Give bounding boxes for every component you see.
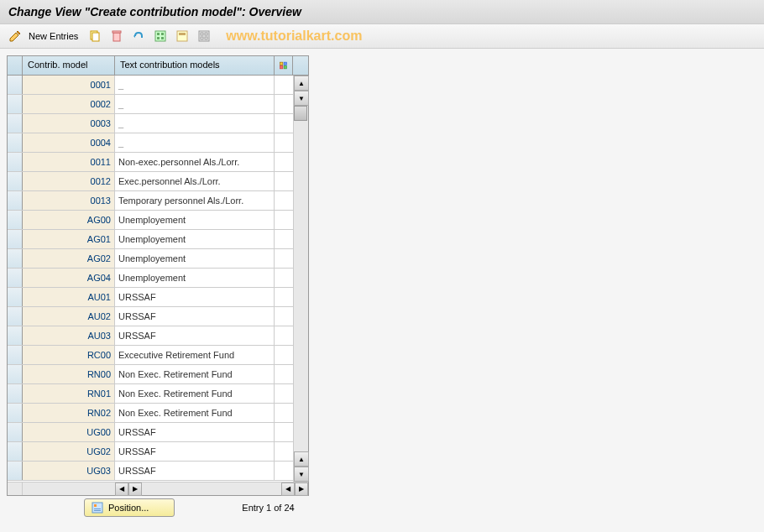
table-row[interactable]: 0003: [8, 114, 308, 133]
table-row[interactable]: 0013Temporary personnel Als./Lorr.: [8, 191, 308, 211]
delete-icon[interactable]: [108, 28, 125, 44]
scroll-down-button-2[interactable]: ▼: [294, 467, 309, 482]
table-row[interactable]: 0004: [8, 133, 308, 153]
cell-model[interactable]: RN02: [23, 404, 115, 422]
cell-text[interactable]: Non Exec. Retirement Fund: [115, 365, 275, 383]
row-selector[interactable]: [8, 442, 23, 461]
cell-text[interactable]: URSSAF: [115, 462, 275, 480]
table-row[interactable]: RN00Non Exec. Retirement Fund: [8, 365, 308, 384]
cell-model[interactable]: 0013: [23, 191, 115, 210]
row-selector[interactable]: [8, 365, 23, 383]
row-selector[interactable]: [8, 249, 23, 268]
row-selector[interactable]: [8, 462, 23, 480]
cell-text[interactable]: Exec.personnel Als./Lorr.: [115, 172, 275, 190]
row-selector[interactable]: [8, 211, 23, 229]
cell-text[interactable]: URSSAF: [115, 307, 275, 326]
column-header-text[interactable]: Text contribution models: [115, 56, 275, 75]
row-selector[interactable]: [8, 172, 23, 190]
table-row[interactable]: AG00Unemployement: [8, 211, 308, 230]
row-selector[interactable]: [8, 76, 23, 94]
cell-model[interactable]: AU01: [23, 288, 115, 306]
horizontal-scrollbar[interactable]: ◀ ▶ ◀ ▶: [8, 482, 308, 495]
cell-model[interactable]: RN00: [23, 365, 115, 383]
cell-model[interactable]: 0001: [23, 76, 115, 94]
cell-text[interactable]: [115, 133, 275, 152]
cell-model[interactable]: 0004: [23, 133, 115, 152]
cell-model[interactable]: UG02: [23, 442, 115, 461]
cell-text[interactable]: Unemployement: [115, 211, 275, 229]
cell-model[interactable]: AU03: [23, 326, 115, 345]
row-selector[interactable]: [8, 307, 23, 326]
row-selector[interactable]: [8, 230, 23, 248]
row-selector[interactable]: [8, 95, 23, 113]
table-row[interactable]: RN01Non Exec. Retirement Fund: [8, 384, 308, 404]
copy-icon[interactable]: [86, 28, 103, 44]
row-selector[interactable]: [8, 423, 23, 441]
cell-model[interactable]: 0003: [23, 114, 115, 133]
scroll-left-button-2[interactable]: ◀: [281, 482, 295, 496]
cell-text[interactable]: Non Exec. Retirement Fund: [115, 384, 275, 403]
table-row[interactable]: UG03URSSAF: [8, 462, 308, 481]
change-icon[interactable]: [7, 28, 24, 44]
scroll-thumb[interactable]: [294, 106, 307, 121]
select-block-icon[interactable]: [174, 28, 191, 44]
row-selector[interactable]: [8, 133, 23, 152]
cell-text[interactable]: [115, 76, 275, 94]
row-selector-header[interactable]: [8, 56, 23, 75]
row-selector[interactable]: [8, 114, 23, 133]
cell-model[interactable]: 0011: [23, 153, 115, 171]
row-selector[interactable]: [8, 191, 23, 210]
row-selector[interactable]: [8, 346, 23, 364]
cell-model[interactable]: UG03: [23, 462, 115, 480]
table-row[interactable]: AG02Unemployement: [8, 249, 308, 269]
cell-text[interactable]: URSSAF: [115, 326, 275, 345]
table-row[interactable]: 0011Non-exec.personnel Als./Lorr.: [8, 153, 308, 172]
deselect-all-icon[interactable]: [196, 28, 212, 44]
table-settings-icon[interactable]: [275, 56, 293, 75]
table-row[interactable]: AG04Unemployement: [8, 269, 308, 288]
cell-text[interactable]: Non Exec. Retirement Fund: [115, 404, 275, 422]
scroll-up-button-2[interactable]: ▲: [294, 451, 309, 467]
position-button[interactable]: Position...: [84, 498, 175, 517]
cell-model[interactable]: AG00: [23, 211, 115, 229]
row-selector[interactable]: [8, 288, 23, 306]
scroll-right-button-2[interactable]: ▶: [295, 482, 308, 496]
column-header-model[interactable]: Contrib. model: [23, 56, 115, 75]
table-row[interactable]: AU03URSSAF: [8, 326, 308, 346]
select-all-icon[interactable]: [152, 28, 169, 44]
cell-text[interactable]: [115, 114, 275, 133]
table-row[interactable]: 0001: [8, 76, 308, 95]
row-selector[interactable]: [8, 326, 23, 345]
scroll-up-button[interactable]: ▲: [294, 76, 309, 91]
cell-text[interactable]: [115, 95, 275, 113]
cell-text[interactable]: Unemployement: [115, 230, 275, 248]
cell-text[interactable]: Unemployement: [115, 269, 275, 287]
cell-model[interactable]: 0012: [23, 172, 115, 190]
table-row[interactable]: 0012Exec.personnel Als./Lorr.: [8, 172, 308, 191]
cell-text[interactable]: URSSAF: [115, 288, 275, 306]
cell-model[interactable]: AU02: [23, 307, 115, 326]
cell-model[interactable]: UG00: [23, 423, 115, 441]
cell-model[interactable]: AG01: [23, 230, 115, 248]
undo-icon[interactable]: [130, 28, 147, 44]
table-row[interactable]: RC00Excecutive Retirement Fund: [8, 346, 308, 365]
row-selector[interactable]: [8, 153, 23, 171]
scroll-down-button[interactable]: ▼: [294, 91, 309, 106]
cell-text[interactable]: URSSAF: [115, 423, 275, 441]
table-row[interactable]: RN02Non Exec. Retirement Fund: [8, 404, 308, 423]
vertical-scrollbar[interactable]: ▲ ▼ ▲ ▼: [293, 76, 308, 482]
new-entries-button[interactable]: New Entries: [29, 31, 78, 41]
table-row[interactable]: AU02URSSAF: [8, 307, 308, 326]
scroll-right-button[interactable]: ▶: [128, 482, 142, 496]
row-selector[interactable]: [8, 404, 23, 422]
table-row[interactable]: AG01Unemployement: [8, 230, 308, 249]
table-row[interactable]: 0002: [8, 95, 308, 114]
cell-model[interactable]: AG04: [23, 269, 115, 287]
cell-text[interactable]: Temporary personnel Als./Lorr.: [115, 191, 275, 210]
table-row[interactable]: AU01URSSAF: [8, 288, 308, 307]
cell-text[interactable]: Non-exec.personnel Als./Lorr.: [115, 153, 275, 171]
cell-model[interactable]: 0002: [23, 95, 115, 113]
cell-text[interactable]: Unemployement: [115, 249, 275, 268]
cell-model[interactable]: RC00: [23, 346, 115, 364]
table-row[interactable]: UG00URSSAF: [8, 423, 308, 442]
